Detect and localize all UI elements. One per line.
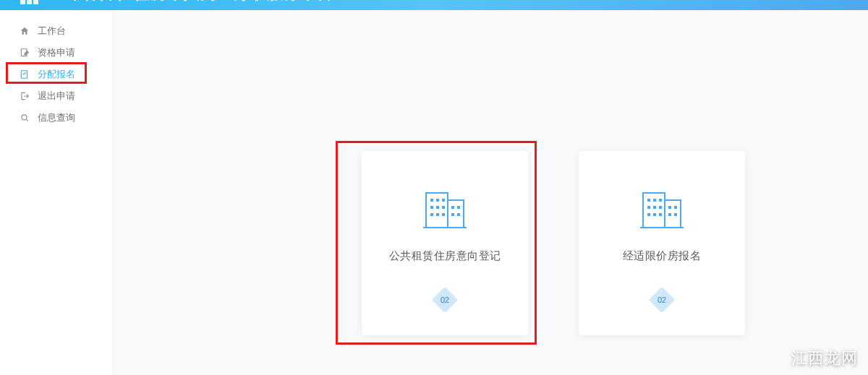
app-title: □□市保障性住房个人网上办事服务平台 [46,0,333,4]
svg-rect-32 [653,213,656,216]
svg-rect-18 [451,206,454,209]
svg-rect-17 [442,213,445,216]
exit-icon [19,91,30,101]
search-doc-icon [19,113,30,123]
building-icon [422,187,468,229]
card-title: 公共租赁住房意向登记 [389,249,501,263]
svg-rect-27 [659,199,662,202]
svg-rect-25 [647,199,650,202]
svg-rect-29 [653,206,656,209]
svg-rect-35 [674,206,677,209]
sidebar: 工作台 资格申请 分配报名 退出申请 信息查询 [0,10,112,375]
top-header: □□市保障性住房个人网上办事服务平台 [0,0,868,10]
sidebar-item-workbench[interactable]: 工作台 [0,20,112,42]
svg-rect-14 [442,206,445,209]
svg-rect-10 [436,199,439,202]
svg-rect-15 [430,213,433,216]
svg-rect-1 [27,0,32,4]
home-icon [19,26,30,36]
svg-rect-36 [668,213,671,216]
badge-text: 02 [658,296,666,304]
svg-rect-21 [457,213,460,216]
sidebar-item-allocation[interactable]: 分配报名 [0,64,112,85]
card-title: 经适限价房报名 [623,249,702,263]
card-affordable-housing-signup[interactable]: 经适限价房报名 02 [579,151,745,335]
svg-rect-6 [426,193,448,228]
svg-rect-31 [647,213,650,216]
logo-icon [20,0,39,9]
card-wrap-rental: 公共租赁住房意向登记 02 [362,151,528,375]
svg-rect-26 [653,199,656,202]
sidebar-item-label: 工作台 [38,25,66,38]
svg-rect-33 [659,213,662,216]
svg-rect-13 [436,206,439,209]
svg-rect-23 [665,200,681,228]
svg-rect-19 [457,206,460,209]
sidebar-item-info-query[interactable]: 信息查询 [0,107,112,129]
doc-pen-icon [19,48,30,58]
svg-rect-20 [451,213,454,216]
badge: 02 [649,287,676,314]
sidebar-item-exit-apply[interactable]: 退出申请 [0,85,112,107]
sidebar-item-qualification[interactable]: 资格申请 [0,42,112,64]
svg-rect-37 [674,213,677,216]
svg-rect-28 [647,206,650,209]
svg-rect-11 [442,199,445,202]
svg-rect-9 [430,199,433,202]
badge-text: 02 [441,296,449,304]
sidebar-item-label: 分配报名 [38,68,75,81]
card-wrap-affordable: 经适限价房报名 02 [579,151,745,375]
card-public-rental-registration[interactable]: 公共租赁住房意向登记 02 [362,151,528,335]
doc-check-icon [19,69,30,79]
svg-rect-12 [430,206,433,209]
svg-rect-2 [33,0,38,4]
building-icon [639,187,685,229]
svg-rect-16 [436,213,439,216]
svg-rect-0 [20,0,25,4]
sidebar-item-label: 资格申请 [38,46,75,59]
main-content: 公共租赁住房意向登记 02 [112,10,868,375]
badge: 02 [432,287,459,314]
svg-point-5 [22,115,27,120]
svg-rect-7 [448,200,464,228]
svg-rect-30 [659,206,662,209]
svg-rect-22 [643,193,665,228]
svg-rect-34 [668,206,671,209]
sidebar-item-label: 退出申请 [38,90,75,103]
sidebar-item-label: 信息查询 [38,111,75,124]
